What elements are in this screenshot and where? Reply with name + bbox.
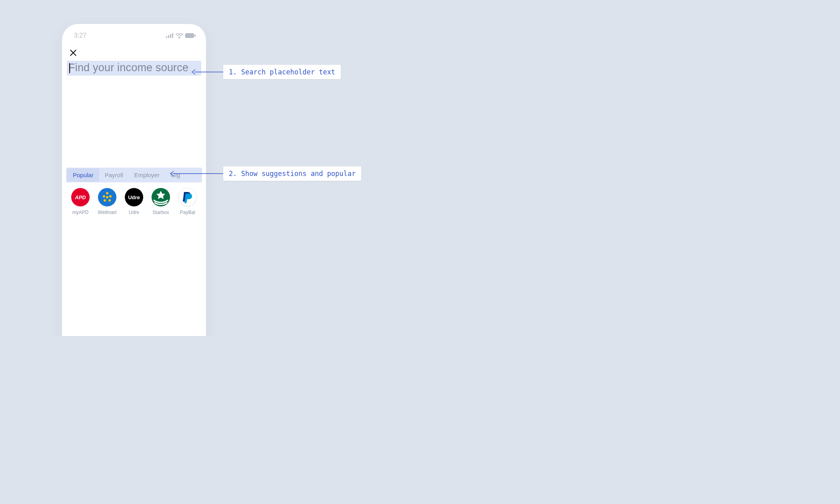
brand-label: myAPD: [72, 210, 89, 215]
tab-payroll[interactable]: Payroll: [99, 168, 129, 182]
brand-starbox[interactable]: Starbox: [149, 188, 173, 215]
content-gap: [62, 76, 206, 168]
keyboard-key[interactable]: [149, 330, 160, 336]
statusbar-time: 3:27: [74, 32, 86, 39]
keyboard-key[interactable]: [122, 330, 133, 336]
close-row: [62, 41, 206, 61]
annotation-callout-2: 2. Show suggestions and popular: [223, 166, 361, 181]
tab-employer[interactable]: Employer: [129, 168, 165, 182]
svg-rect-1: [168, 35, 169, 38]
search-input[interactable]: [68, 62, 200, 74]
tab-popular[interactable]: Popular: [67, 168, 99, 182]
phone-frame: 3:27 Popular Payroll Employer Gig APD my…: [62, 24, 206, 336]
svg-rect-2: [170, 34, 171, 38]
keyboard-key[interactable]: [162, 330, 174, 336]
annotation-arrow-1: [191, 68, 223, 76]
keyboard-key[interactable]: [190, 330, 201, 336]
brand-logo-wellmart: [98, 188, 116, 206]
brand-myapd[interactable]: APD myAPD: [68, 188, 92, 215]
svg-rect-4: [185, 33, 194, 38]
statusbar-icons: [166, 33, 196, 38]
brand-label: Starbox: [152, 210, 169, 215]
svg-rect-3: [172, 33, 173, 38]
brand-label: PayBal: [180, 210, 195, 215]
brand-paybal[interactable]: PayBal: [176, 188, 200, 215]
cellular-icon: [166, 33, 173, 38]
keyboard-key[interactable]: [135, 330, 146, 336]
svg-rect-5: [194, 34, 196, 37]
keyboard-key[interactable]: [94, 330, 105, 336]
keyboard-row: [67, 330, 201, 336]
brand-label: Udre: [129, 210, 139, 215]
brand-logo-starbox: [152, 188, 170, 206]
search-area: [62, 61, 206, 76]
keyboard-key[interactable]: [67, 330, 78, 336]
keyboard-key[interactable]: [176, 330, 188, 336]
keyboard-key[interactable]: [108, 330, 119, 336]
wifi-icon: [176, 33, 183, 38]
brand-logo-paybal: [178, 188, 197, 206]
text-caret: [69, 63, 70, 73]
svg-rect-0: [166, 36, 167, 38]
search-highlight: [67, 61, 201, 76]
annotation-callout-1: 1. Search placeholder text: [223, 65, 341, 79]
brand-label: Wellmart: [98, 210, 116, 215]
close-icon[interactable]: [69, 49, 77, 57]
brand-logo-udre: Udre: [125, 188, 143, 206]
keyboard-key[interactable]: [80, 330, 92, 336]
battery-icon: [185, 33, 196, 38]
brand-udre[interactable]: Udre Udre: [122, 188, 146, 215]
brand-logo-apd: APD: [71, 188, 90, 206]
annotation-arrow-2: [170, 170, 223, 178]
brand-suggestions: APD myAPD Wellmart Udre Udre: [62, 182, 206, 215]
statusbar: 3:27: [62, 24, 206, 41]
brand-wellmart[interactable]: Wellmart: [95, 188, 119, 215]
